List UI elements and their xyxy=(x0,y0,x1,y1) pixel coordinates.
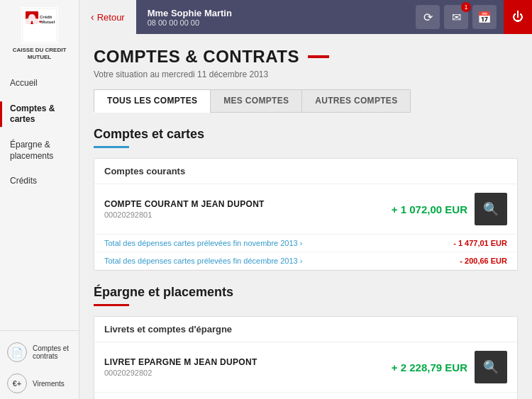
topbar-user-area: Mme Sophie Martin 08 00 00 00 00 ⟳ ✉ 1 📅 xyxy=(136,0,504,34)
table-row: COMPTE COURANT M JEAN DUPONT 00020292801… xyxy=(94,184,517,235)
main-content: ‹ Retour Mme Sophie Martin 08 00 00 00 0… xyxy=(79,0,532,399)
svg-text:Crédit: Crédit xyxy=(40,15,52,19)
epargne-underline xyxy=(94,304,129,306)
logo-icon: Crédit ✦ Mutuel xyxy=(21,7,58,44)
logo-area: Crédit ✦ Mutuel CAISSE DU CREDIT MUTUEL xyxy=(0,7,79,60)
page-subtitle: Votre situation au mercredi 11 décembre … xyxy=(94,69,518,79)
sidebar-bottom-comptes-contrats[interactable]: 📄 Comptes et contrats xyxy=(0,337,79,368)
account-tabs: TOUS LES COMPTES MES COMPTES AUTRES COMP… xyxy=(94,89,518,113)
bank-name: CAISSE DU CREDIT MUTUEL xyxy=(0,47,79,60)
comptes-courants-header: Comptes courants xyxy=(94,159,517,184)
message-icon: ✉ xyxy=(452,11,461,24)
user-name: Mme Sophie Martin xyxy=(148,8,232,18)
sidebar-bottom-virements[interactable]: €+ Virements xyxy=(0,368,79,399)
table-row: PLAN D'EPARGNE LOGEMENT M JEAN DUPONT 🔍 xyxy=(94,393,517,399)
sidebar: Crédit ✦ Mutuel CAISSE DU CREDIT MUTUEL … xyxy=(0,0,79,399)
livrets-epargne-card: Livrets et comptes d'épargne LIVRET EPAR… xyxy=(94,316,518,399)
tab-tous-comptes[interactable]: TOUS LES COMPTES xyxy=(94,89,210,113)
virements-icon: €+ xyxy=(7,373,27,393)
comptes-contrats-icon: 📄 xyxy=(7,342,27,362)
depenses-novembre-link[interactable]: Total des dépenses cartes prélevées fin … xyxy=(94,235,517,252)
page-title: COMPTES & CONTRATS xyxy=(94,47,518,67)
svg-point-5 xyxy=(24,18,31,26)
account-amount-dupont: + 1 072,00 EUR xyxy=(375,203,467,215)
user-phone: 08 00 00 00 00 xyxy=(148,18,232,27)
account-amount-livret: + 2 228,79 EUR xyxy=(375,361,467,373)
account-name-livret: LIVRET EPARGNE M JEAN DUPONT xyxy=(104,357,368,367)
nav-items: Accueil Comptes & cartes Épargne & place… xyxy=(0,71,79,194)
notification-badge: 1 xyxy=(461,2,471,12)
account-detail-button-dupont[interactable]: 🔍 xyxy=(475,193,507,225)
content-area: COMPTES & CONTRATS Votre situation au me… xyxy=(79,34,532,399)
comptes-cartes-section-title: Comptes et cartes xyxy=(94,127,518,142)
search-document-icon-livret: 🔍 xyxy=(483,359,499,375)
refresh-button[interactable]: ⟳ xyxy=(416,5,440,29)
sidebar-item-comptes-cartes[interactable]: Comptes & cartes xyxy=(0,96,79,133)
search-document-icon: 🔍 xyxy=(483,201,499,217)
comptes-courants-card: Comptes courants COMPTE COURANT M JEAN D… xyxy=(94,158,518,271)
account-info-livret: LIVRET EPARGNE M JEAN DUPONT 00020292802 xyxy=(104,357,368,377)
livrets-epargne-header: Livrets et comptes d'épargne xyxy=(94,317,517,342)
depenses-decembre-amount: - 200,66 EUR xyxy=(460,257,507,265)
power-icon: ⏻ xyxy=(512,11,523,23)
topbar-action-icons: ⟳ ✉ 1 📅 xyxy=(416,5,497,29)
account-number-dupont: 00020292801 xyxy=(104,210,368,219)
messages-button[interactable]: ✉ 1 xyxy=(444,5,468,29)
tab-mes-comptes[interactable]: MES COMPTES xyxy=(210,89,301,113)
calendar-button[interactable]: 📅 xyxy=(472,5,497,29)
table-row: LIVRET EPARGNE M JEAN DUPONT 00020292802… xyxy=(94,342,517,393)
account-name-dupont: COMPTE COURANT M JEAN DUPONT xyxy=(104,199,368,209)
power-button[interactable]: ⏻ xyxy=(504,0,532,34)
back-button[interactable]: ‹ Retour xyxy=(79,0,136,34)
title-dash xyxy=(308,55,329,58)
sidebar-bottom: 📄 Comptes et contrats €+ Virements xyxy=(0,330,79,399)
account-number-livret: 00020292802 xyxy=(104,369,368,377)
comptes-cartes-underline xyxy=(94,146,129,148)
depenses-decembre-link[interactable]: Total des dépenses cartes prélevées fin … xyxy=(94,252,517,270)
svg-text:Mutuel: Mutuel xyxy=(41,20,55,24)
refresh-icon: ⟳ xyxy=(423,11,433,24)
epargne-section-title: Épargne et placements xyxy=(94,285,518,300)
sidebar-item-epargne-placements[interactable]: Épargne & placements xyxy=(0,133,79,169)
sidebar-item-credits[interactable]: Crédits xyxy=(0,169,79,194)
back-chevron-icon: ‹ xyxy=(91,11,94,23)
account-info-dupont: COMPTE COURANT M JEAN DUPONT 00020292801 xyxy=(104,199,368,219)
topbar: ‹ Retour Mme Sophie Martin 08 00 00 00 0… xyxy=(79,0,532,34)
depenses-novembre-amount: - 1 477,01 EUR xyxy=(453,239,507,247)
account-detail-button-livret[interactable]: 🔍 xyxy=(475,351,507,383)
calendar-icon: 📅 xyxy=(477,11,492,24)
sidebar-item-accueil[interactable]: Accueil xyxy=(0,71,79,96)
user-info: Mme Sophie Martin 08 00 00 00 00 xyxy=(148,8,232,27)
tab-autres-comptes[interactable]: AUTRES COMPTES xyxy=(301,89,411,113)
